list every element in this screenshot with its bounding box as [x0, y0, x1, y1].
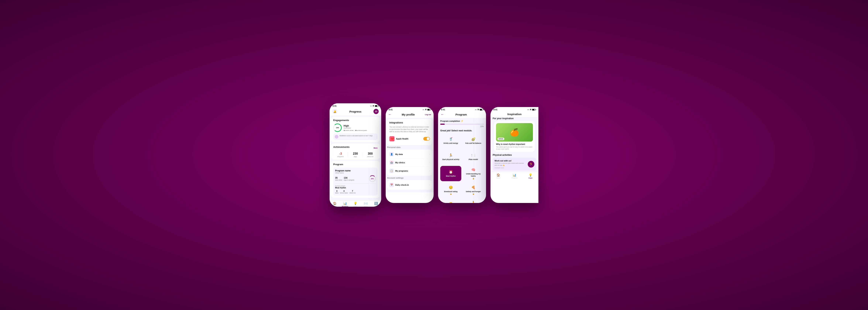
physical-icon: 🏃 — [449, 153, 453, 157]
nav-inspo-label: Inspo — [353, 206, 357, 207]
nav-home-inspo[interactable]: 🏠 Home — [491, 173, 506, 179]
module-physical[interactable]: 🏃 Start physical activity — [440, 150, 461, 164]
header-title-progress: Progress — [337, 110, 373, 113]
nav-info[interactable]: ℹ️ Info — [371, 202, 381, 207]
physical-activities-title: Physical activities — [493, 154, 536, 156]
my-programs-item[interactable]: 📋 My programs › — [389, 167, 430, 175]
engagements-title: Engagements — [333, 119, 377, 122]
workout-title: Work out with us! — [495, 160, 526, 162]
achievements-section: Achievements More -3 kilograms 230 days … — [331, 144, 380, 160]
program-clinic: Clinic name — [335, 172, 376, 174]
completion-pct: 10% — [440, 125, 484, 127]
habits-label: Understanding my habits — [465, 173, 482, 177]
article-card[interactable]: 🍊 Article Why is meal rhythm important T… — [494, 121, 535, 152]
program-section-title: Program — [333, 163, 377, 166]
module-meal-rhythm[interactable]: ⏰ Meal rhythm — [440, 166, 461, 181]
article-badge: Article — [497, 138, 504, 140]
nav-home-label: Home — [333, 206, 337, 207]
progress-content: Engagements 240 High MotiMeter 11 week s… — [330, 116, 381, 200]
header-profile: ← My profile Log out — [386, 112, 434, 118]
integrations-desc: You can connect Lifeness to external ser… — [389, 126, 430, 133]
bell-button[interactable]: 🔔 — [332, 109, 337, 114]
achievement-value-days: 230 — [349, 152, 361, 155]
tasks-count: 3 tasks — [335, 190, 339, 194]
nav-progress[interactable]: 📊 Progress — [340, 202, 350, 207]
motimeter-row: 240 High MotiMeter 11 week streak 12 ach… — [333, 123, 377, 132]
daily-checkin-item[interactable]: 📅 Daily check-in › — [389, 181, 430, 189]
inspo-content: For your inspiration 🍊 Article Why is me… — [491, 117, 538, 172]
module-drinks[interactable]: 🥤 Drinks and energy — [440, 133, 461, 148]
nav-progress-label: Progress — [342, 206, 348, 207]
select-module-label: Great job! Select next module. — [440, 129, 484, 132]
module-habits[interactable]: 🧠 Understanding my habits 🔒 — [463, 166, 484, 181]
motimeter-circle: 240 — [333, 123, 342, 132]
for-your-inspo-title: For your inspiration — [493, 117, 536, 120]
battery-icon-progress — [375, 105, 378, 107]
program-card: Program name Clinic name 35 tasks done 1… — [333, 167, 377, 195]
my-data-item[interactable]: 👤 My data › — [389, 150, 430, 158]
nav-inspo-active[interactable]: 💡 Inspo — [522, 173, 538, 179]
status-icons-inspo: ▪▪▪ ⌘ — [527, 109, 535, 111]
inspo-icon-active: 💡 — [529, 173, 532, 177]
header-title-profile: My profile — [392, 113, 425, 116]
workout-card[interactable]: Work out with us! Generate a workout pla… — [493, 158, 536, 170]
more-button[interactable]: More — [373, 147, 377, 149]
module-emotional[interactable]: 😔 Emotional eating 🔒 — [440, 183, 461, 197]
nav-inspo[interactable]: 💡 Inspo — [350, 202, 361, 207]
program-name: Program name — [335, 169, 376, 172]
satiety-icon: 🍕 — [471, 185, 475, 189]
nav-home[interactable]: 🏠 Home — [330, 202, 340, 207]
current-module-name: Meal rhythm — [335, 187, 376, 189]
progress-icon: 📊 — [343, 202, 347, 205]
motimeter-level: High — [344, 124, 377, 127]
days-in-program-stat: 134 days in program — [344, 177, 354, 181]
nav-home-label-inspo: Home — [497, 177, 500, 179]
apple-health-label: Apple Health — [396, 138, 408, 140]
nav-inbox[interactable]: ✉️ Inbox — [361, 202, 371, 207]
wifi-icon-profile: ⌘ — [425, 109, 427, 111]
module-info: Current module Meal rhythm 3 tasks 4 bon… — [335, 183, 376, 194]
lightning-icon: ⚡ — [461, 120, 463, 122]
apple-health-toggle[interactable] — [423, 137, 430, 141]
motimeter-avatar — [335, 135, 338, 138]
modules-grid: 🥤 Drinks and energy 🥑 Fats and fat balan… — [440, 133, 484, 203]
module-cravings[interactable]: 😤 Dealing cravings 🔒 — [440, 199, 461, 203]
progress-icon-inspo: 📊 — [513, 173, 516, 177]
daily-checkin-left: 📅 Daily check-in — [389, 183, 409, 187]
my-programs-label: My programs — [395, 170, 408, 172]
achievement-label-days: days — [349, 156, 361, 157]
workout-info: Work out with us! Generate a workout pla… — [495, 160, 526, 169]
profile-button[interactable]: JD — [373, 109, 379, 114]
logout-button[interactable]: Log out — [425, 114, 431, 116]
module-satiety[interactable]: 🍕 Satiety and hunger 🔒 — [463, 183, 484, 197]
my-clinics-item[interactable]: 🏥 My clinics › — [389, 158, 430, 167]
daily-checkin-icon: 📅 — [389, 183, 394, 187]
daily-checkin-chevron: › — [429, 184, 430, 186]
motimeter-value: 240 — [336, 127, 339, 129]
nav-progress-inspo[interactable]: 📊 Progress — [506, 173, 523, 179]
nav-inbox-label: Inbox — [364, 206, 368, 207]
time-program: 9:41 — [441, 108, 445, 111]
achievement-label-checkins: check-ins — [365, 156, 376, 157]
module-cardio[interactable]: 🏃 Get started with cardio 🔒 — [463, 199, 484, 203]
screens-container: 9:41 ▪▪▪ ⌘ 🔔 Progress JD Engagements 240 — [326, 100, 542, 210]
account-section-title: Account settings — [386, 177, 434, 179]
status-icons-profile: ▪▪▪ ⌘ — [423, 109, 431, 111]
back-button-profile[interactable]: ← — [388, 113, 392, 117]
bottom-nav-inspo: 🏠 Home 📊 Progress 💡 Inspo — [491, 172, 538, 180]
completion-label: Program completion ⚡ — [440, 120, 484, 122]
drinks-label: Drinks and energy — [443, 142, 458, 145]
nav-info-label: Info — [375, 206, 377, 207]
completion-fill — [440, 124, 445, 125]
motimeter-note-text: MotiMeter score is calculated based on l… — [340, 135, 373, 136]
my-clinics-left: 🏥 My clinics — [389, 160, 405, 165]
module-plate[interactable]: 🍽️ Plate model — [463, 150, 484, 164]
inspo-icon: 💡 — [353, 202, 357, 205]
drinks-icon: 🥤 — [449, 137, 453, 141]
habits-icon: 🧠 — [471, 168, 475, 172]
module-fats[interactable]: 🥑 Fats and fat balance — [463, 133, 484, 148]
motimeter-stats: 11 week streak 12 achieved goals — [344, 129, 377, 131]
emotional-label: Emotional eating — [444, 191, 458, 193]
status-bar-program: 9:41 ▪▪▪ ⌘ — [438, 107, 486, 112]
back-button-program[interactable]: ← — [441, 113, 444, 117]
